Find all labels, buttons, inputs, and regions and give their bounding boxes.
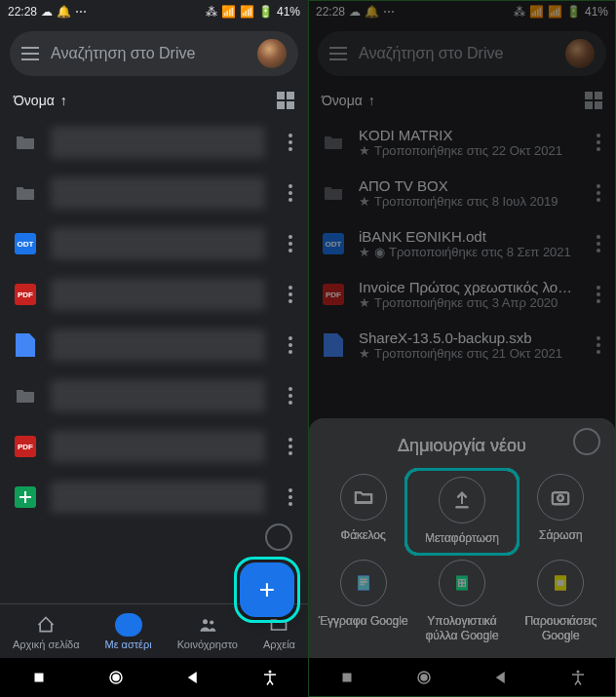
svg-point-21 xyxy=(576,671,579,674)
list-header: Όνομα ↑ xyxy=(0,84,308,117)
more-options-icon[interactable] xyxy=(587,134,610,151)
file-row[interactable]: ODT iBANK ΕΘΝΙΚΗ.odt ★◉ Τροποποιήθηκε στ… xyxy=(308,218,616,269)
create-sheets[interactable]: Υπολογιστικά φύλλα Google xyxy=(414,560,509,644)
more-options-icon[interactable] xyxy=(279,286,302,303)
file-row[interactable]: PDF ████████ ████████ xyxy=(0,421,308,472)
file-row[interactable]: PDF ████████ ████████ xyxy=(0,269,308,320)
back-icon[interactable] xyxy=(184,669,202,686)
back-icon[interactable] xyxy=(492,669,510,686)
accessibility-icon[interactable] xyxy=(261,669,279,686)
nav-files[interactable]: Αρχεία xyxy=(263,613,295,650)
doc-icon xyxy=(14,333,37,357)
svg-rect-17 xyxy=(558,580,564,585)
svg-point-4 xyxy=(113,675,119,680)
file-row[interactable]: ShareX-13.5.0-backup.sxb ★ Τροποποιήθηκε… xyxy=(308,320,616,370)
star-icon: ★ xyxy=(359,295,370,310)
file-row[interactable]: PDF Invoice Πρώτος χρεωστικός λογα... ★ … xyxy=(308,269,616,320)
avatar[interactable] xyxy=(565,39,595,68)
wifi-icon: 📶 xyxy=(240,5,254,19)
offline-icon: ◉ xyxy=(374,245,385,259)
more-options-icon[interactable] xyxy=(587,336,610,354)
file-meta: ████████ xyxy=(51,194,265,209)
file-row[interactable]: KODI MATRIX ★ Τροποποιήθηκε στις 22 Οκτ … xyxy=(308,117,616,168)
nav-starred[interactable]: Με αστέρι xyxy=(104,613,151,650)
create-docs[interactable]: Έγγραφα Google xyxy=(316,560,410,644)
nav-home[interactable]: Αρχική σελίδα xyxy=(13,613,80,650)
create-title: Δημιουργία νέου xyxy=(316,436,608,456)
menu-icon[interactable] xyxy=(21,47,39,60)
folder-icon xyxy=(14,384,37,407)
create-scan[interactable]: Σάρωση xyxy=(514,474,608,550)
star-icon: ★ xyxy=(359,245,370,259)
menu-icon[interactable] xyxy=(329,47,347,60)
svg-point-20 xyxy=(421,675,427,680)
more-options-icon[interactable] xyxy=(279,184,302,202)
view-grid-icon[interactable] xyxy=(277,92,294,109)
svg-point-7 xyxy=(558,495,564,501)
docs-icon xyxy=(354,573,373,593)
file-row[interactable]: K████████ ████████ xyxy=(0,117,308,168)
file-row[interactable]: ODT i████████ ████████ xyxy=(0,218,308,269)
file-meta: ★◉ Τροποποιήθηκε στις 8 Σεπ 2021 xyxy=(359,245,573,259)
folder-icon xyxy=(322,181,345,205)
fab-create[interactable]: + xyxy=(240,562,294,617)
home-icon xyxy=(34,613,58,637)
svg-point-1 xyxy=(210,620,213,624)
search-bar[interactable]: Αναζήτηση στο Drive xyxy=(318,31,606,76)
star-icon: ★ xyxy=(359,194,370,209)
file-name: ████████ xyxy=(51,279,265,295)
more-options-icon[interactable] xyxy=(279,438,302,455)
folder-icon xyxy=(14,181,37,205)
file-name: iBANK ΕΘΝΙΚΗ.odt xyxy=(359,228,573,245)
create-upload[interactable]: Μεταφόρτωση xyxy=(404,468,519,556)
bluetooth-icon: ⁂ xyxy=(206,5,217,19)
sheet-icon xyxy=(14,485,37,509)
file-meta: ████████ xyxy=(51,143,265,158)
sort-button[interactable]: Όνομα ↑ xyxy=(14,93,67,108)
home-button-icon[interactable] xyxy=(107,669,125,686)
file-row[interactable]: ████████ ████████ xyxy=(0,370,308,421)
phone-screenshot-left: 22:28 ☁ 🔔 ⋯ ⁂ 📶 📶 🔋 41% Αναζήτηση στο Dr… xyxy=(0,0,308,697)
create-folder[interactable]: Φάκελος xyxy=(316,474,410,550)
more-options-icon[interactable] xyxy=(279,387,302,405)
recent-apps-icon[interactable] xyxy=(338,669,356,686)
search-bar[interactable]: Αναζήτηση στο Drive xyxy=(10,31,298,76)
view-grid-icon[interactable] xyxy=(585,92,602,109)
create-slides[interactable]: Παρουσιάσεις Google xyxy=(514,560,608,644)
phone-screenshot-right: 22:28 ☁🔔⋯ ⁂📶📶🔋 41% Αναζήτηση στο Drive Ό… xyxy=(308,0,616,697)
more-options-icon[interactable] xyxy=(279,134,302,151)
sort-button[interactable]: Όνομα ↑ xyxy=(322,93,375,108)
file-row[interactable]: S████████ ████████ xyxy=(0,320,308,370)
file-row[interactable]: A████████ ████████ xyxy=(0,168,308,218)
file-name: K████████ xyxy=(51,127,265,143)
messenger-icon: ☁ xyxy=(41,5,53,19)
avatar[interactable] xyxy=(257,39,287,68)
file-row[interactable]: ████████ ████████ xyxy=(0,472,308,523)
create-new-sheet: Δημιουργία νέου Φάκελος Μεταφόρτωση Σάρω… xyxy=(308,418,616,658)
svg-point-0 xyxy=(203,619,208,624)
accessibility-icon[interactable] xyxy=(569,669,587,686)
camera-icon xyxy=(550,486,571,508)
file-meta: ★ Τροποποιήθηκε στις 21 Οκτ 2021 xyxy=(359,346,573,361)
svg-rect-18 xyxy=(342,674,351,682)
more-options-icon[interactable] xyxy=(279,488,302,506)
file-list[interactable]: K████████ ████████ A████████ ████████ OD… xyxy=(0,117,308,603)
more-options-icon[interactable] xyxy=(279,336,302,354)
recent-apps-icon[interactable] xyxy=(30,669,48,686)
svg-rect-6 xyxy=(553,493,569,505)
more-options-icon[interactable] xyxy=(587,286,610,303)
home-button-icon[interactable] xyxy=(415,669,433,686)
file-row[interactable]: ΑΠΟ TV BOX ★ Τροποποιήθηκε στις 8 Ιουλ 2… xyxy=(308,168,616,218)
folder-icon xyxy=(322,131,345,154)
signal-icon: 📶 xyxy=(221,5,236,19)
file-meta: ████████ xyxy=(51,498,265,513)
file-name: ΑΠΟ TV BOX xyxy=(359,177,573,194)
more-options-icon[interactable] xyxy=(279,235,302,252)
nav-shared[interactable]: Κοινόχρηστο xyxy=(177,613,238,650)
status-bar: 22:28 ☁🔔⋯ ⁂📶📶🔋 41% xyxy=(308,0,616,23)
assistive-ring[interactable] xyxy=(265,523,292,551)
sheets-icon xyxy=(452,573,472,593)
file-meta: ████████ xyxy=(51,245,265,259)
more-options-icon[interactable] xyxy=(587,184,610,202)
more-options-icon[interactable] xyxy=(587,235,610,252)
